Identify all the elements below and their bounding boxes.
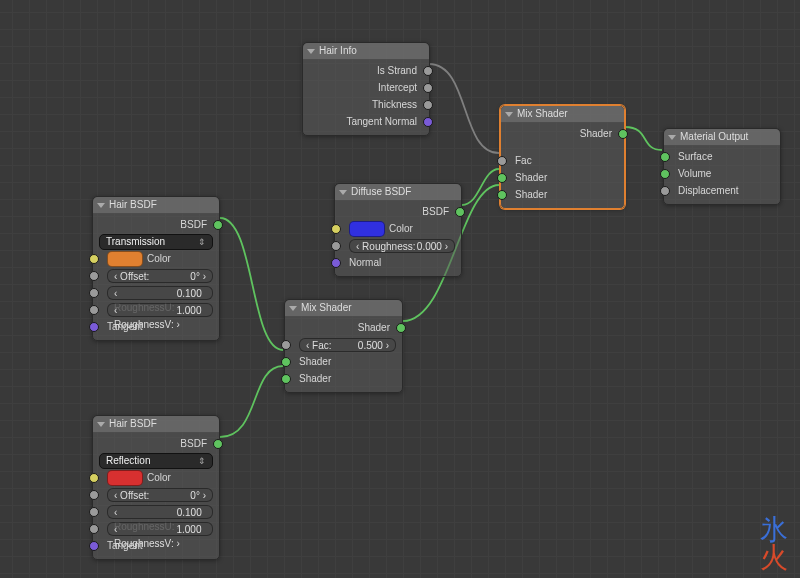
- output-shader: Shader: [580, 126, 612, 141]
- socket-in-shader[interactable]: [281, 357, 291, 367]
- node-title: Diffuse BSDF: [351, 184, 411, 200]
- node-editor-canvas[interactable]: Hair BSDF BSDF Transmission⇕ Color ‹ Off…: [0, 0, 800, 578]
- roughv-field[interactable]: ‹ RoughnessV:1.000 ›: [107, 303, 213, 317]
- output-thickness: Thickness: [372, 97, 417, 112]
- socket-out[interactable]: [423, 83, 433, 93]
- socket-in-roughu[interactable]: [89, 507, 99, 517]
- color-swatch[interactable]: [107, 251, 143, 267]
- socket-in-tangent[interactable]: [89, 322, 99, 332]
- node-hair-bsdf-2[interactable]: Hair BSDF BSDF Reflection⇕ Color ‹ Offse…: [92, 415, 220, 560]
- socket-out-shader[interactable]: [396, 323, 406, 333]
- collapse-icon[interactable]: [307, 49, 315, 54]
- socket-in-color[interactable]: [331, 224, 341, 234]
- node-header[interactable]: Diffuse BSDF: [335, 184, 461, 201]
- output-bsdf: BSDF: [180, 217, 207, 232]
- node-title: Hair Info: [319, 43, 357, 59]
- node-header[interactable]: Mix Shader: [501, 106, 624, 123]
- offset-field[interactable]: ‹ Offset:0° ›: [107, 488, 213, 502]
- node-hair-bsdf-1[interactable]: Hair BSDF BSDF Transmission⇕ Color ‹ Off…: [92, 196, 220, 341]
- fac-field[interactable]: ‹ Fac:0.500 ›: [299, 338, 396, 352]
- roughu-field[interactable]: ‹ RoughnessU:0.100 ›: [107, 505, 213, 519]
- socket-in-fac[interactable]: [497, 156, 507, 166]
- socket-in-surface[interactable]: [660, 152, 670, 162]
- node-title: Material Output: [680, 129, 748, 145]
- roughu-field[interactable]: ‹ RoughnessU:0.100 ›: [107, 286, 213, 300]
- output-shader: Shader: [358, 320, 390, 335]
- socket-in-offset[interactable]: [89, 271, 99, 281]
- output-tangent-normal: Tangent Normal: [346, 114, 417, 129]
- chevron-updown-icon: ⇕: [198, 234, 206, 250]
- node-header[interactable]: Hair BSDF: [93, 197, 219, 214]
- node-title: Hair BSDF: [109, 416, 157, 432]
- socket-out-bsdf[interactable]: [455, 207, 465, 217]
- socket-in-color[interactable]: [89, 254, 99, 264]
- collapse-icon[interactable]: [339, 190, 347, 195]
- color-swatch[interactable]: [107, 470, 143, 486]
- collapse-icon[interactable]: [97, 203, 105, 208]
- socket-out[interactable]: [423, 117, 433, 127]
- socket-in-fac[interactable]: [281, 340, 291, 350]
- output-intercept: Intercept: [378, 80, 417, 95]
- socket-in-roughness[interactable]: [331, 241, 341, 251]
- mode-dropdown[interactable]: Transmission⇕: [99, 234, 213, 250]
- socket-out-shader[interactable]: [618, 129, 628, 139]
- socket-in-shader[interactable]: [281, 374, 291, 384]
- socket-in-offset[interactable]: [89, 490, 99, 500]
- node-material-output[interactable]: Material Output Surface Volume Displacem…: [663, 128, 781, 205]
- roughv-field[interactable]: ‹ RoughnessV:1.000 ›: [107, 522, 213, 536]
- node-hair-info[interactable]: Hair Info Is Strand Intercept Thickness …: [302, 42, 430, 136]
- node-header[interactable]: Hair BSDF: [93, 416, 219, 433]
- collapse-icon[interactable]: [505, 112, 513, 117]
- socket-in-displacement[interactable]: [660, 186, 670, 196]
- collapse-icon[interactable]: [289, 306, 297, 311]
- socket-in-shader[interactable]: [497, 190, 507, 200]
- node-diffuse-bsdf[interactable]: Diffuse BSDF BSDF Color ‹ Roughness:0.00…: [334, 183, 462, 277]
- node-header[interactable]: Material Output: [664, 129, 780, 146]
- roughness-field[interactable]: ‹ Roughness:0.000 ›: [349, 239, 455, 253]
- node-mix-shader-1[interactable]: Mix Shader Shader ‹ Fac:0.500 › Shader S…: [284, 299, 403, 393]
- socket-in-normal[interactable]: [331, 258, 341, 268]
- socket-out-bsdf[interactable]: [213, 439, 223, 449]
- socket-out-bsdf[interactable]: [213, 220, 223, 230]
- color-swatch[interactable]: [349, 221, 385, 237]
- socket-in-shader[interactable]: [497, 173, 507, 183]
- socket-in-color[interactable]: [89, 473, 99, 483]
- socket-out[interactable]: [423, 100, 433, 110]
- socket-out[interactable]: [423, 66, 433, 76]
- socket-in-volume[interactable]: [660, 169, 670, 179]
- output-bsdf: BSDF: [180, 436, 207, 451]
- socket-in-roughv[interactable]: [89, 524, 99, 534]
- node-title: Mix Shader: [517, 106, 568, 122]
- collapse-icon[interactable]: [668, 135, 676, 140]
- node-header[interactable]: Mix Shader: [285, 300, 402, 317]
- collapse-icon[interactable]: [97, 422, 105, 427]
- node-title: Hair BSDF: [109, 197, 157, 213]
- node-mix-shader-2[interactable]: Mix Shader Shader Fac Shader Shader: [500, 105, 625, 209]
- socket-in-roughu[interactable]: [89, 288, 99, 298]
- chevron-updown-icon: ⇕: [198, 453, 206, 469]
- output-is-strand: Is Strand: [377, 63, 417, 78]
- offset-field[interactable]: ‹ Offset:0° ›: [107, 269, 213, 283]
- output-bsdf: BSDF: [422, 204, 449, 219]
- socket-in-roughv[interactable]: [89, 305, 99, 315]
- mode-dropdown[interactable]: Reflection⇕: [99, 453, 213, 469]
- node-title: Mix Shader: [301, 300, 352, 316]
- node-header[interactable]: Hair Info: [303, 43, 429, 60]
- socket-in-tangent[interactable]: [89, 541, 99, 551]
- watermark-logo: 氷火: [760, 516, 788, 572]
